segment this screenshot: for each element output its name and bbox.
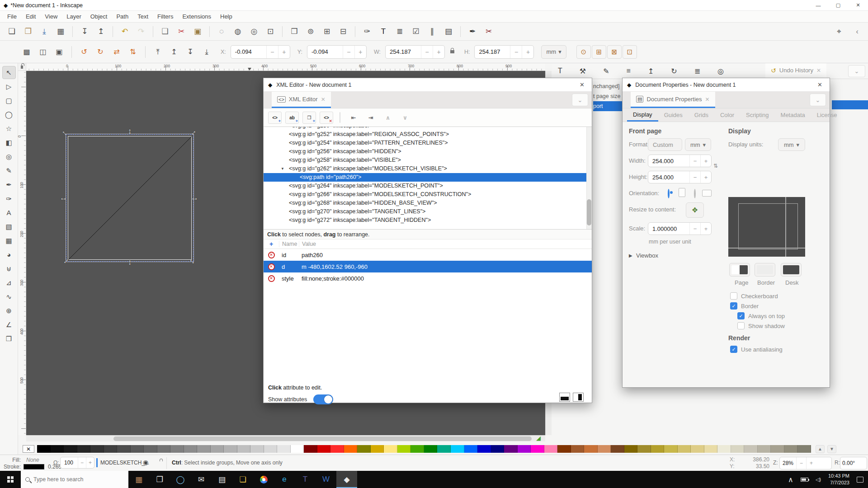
zoom-page-width-icon[interactable]: ⊡ <box>263 25 278 38</box>
color-swatch[interactable] <box>637 445 651 453</box>
add-attribute-button[interactable]: + <box>264 240 279 248</box>
settings-tab[interactable]: License <box>811 108 843 122</box>
vertical-ruler[interactable]: 0100200300400500 <box>18 71 26 435</box>
dropper-tool[interactable]: ◕ <box>2 248 16 261</box>
move-node-up-button[interactable]: ∧ <box>381 112 395 124</box>
color-swatch[interactable] <box>51 445 64 453</box>
indent-node-button[interactable]: ⇥ <box>364 112 377 124</box>
checkbox[interactable] <box>737 312 745 319</box>
color-swatch[interactable] <box>611 445 624 453</box>
close-button[interactable]: ✕ <box>815 81 825 88</box>
color-swatch[interactable] <box>758 445 771 453</box>
color-swatch[interactable] <box>518 445 531 453</box>
settings-tab[interactable]: Grids <box>689 108 714 122</box>
xml-tree-node[interactable]: <svg:g id="g264" inkscape:label="MODELSK… <box>264 182 592 190</box>
fill-stroke-dialog-icon[interactable]: ✑ <box>360 25 374 38</box>
color-swatch[interactable] <box>584 445 598 453</box>
palette-scroll-down-button[interactable]: ▼ <box>827 445 836 453</box>
new-element-node-button[interactable]: <>+ <box>268 112 282 124</box>
taskbar-search[interactable] <box>21 471 128 488</box>
deselect-icon[interactable]: ▣ <box>52 46 66 58</box>
page-height-input[interactable]: 254.000 − + <box>648 171 712 183</box>
menu-item[interactable]: View <box>40 13 62 20</box>
group-objects-icon[interactable]: ⊞ <box>320 25 334 38</box>
horizontal-scrollbar-thumb[interactable] <box>113 436 532 441</box>
transform-pattern-toggle[interactable]: ⊡ <box>623 45 637 59</box>
unindent-node-button[interactable]: ⇤ <box>347 112 360 124</box>
color-swatch[interactable] <box>557 445 571 453</box>
measure-tool[interactable]: ∠ <box>2 318 16 331</box>
x-decrement[interactable]: − <box>266 46 278 58</box>
select-all-icon[interactable]: ▩ <box>20 46 33 58</box>
xml-tree-scrollbar[interactable] <box>586 127 592 229</box>
cut-icon[interactable]: ✂ <box>174 25 189 38</box>
current-layer-name[interactable]: MODELSKETCH_... <box>100 460 149 466</box>
scale-handle-s[interactable]: ↕ <box>126 259 133 266</box>
format-unit-dropdown[interactable]: mm▾ <box>685 138 711 151</box>
no-color-swatch[interactable]: ✕ <box>23 445 34 453</box>
pencil-tool[interactable]: ✎ <box>2 164 16 177</box>
undo-history-item[interactable]: t page size <box>593 91 622 101</box>
drawn-diagonal-path[interactable] <box>68 136 192 260</box>
desk-color-swatch[interactable] <box>781 263 802 277</box>
close-button[interactable]: ✕ <box>577 81 587 88</box>
zoom-input[interactable]: 28% − + <box>779 457 832 469</box>
color-swatch[interactable] <box>304 445 317 453</box>
color-swatch[interactable] <box>371 445 384 453</box>
color-swatch[interactable] <box>344 445 358 453</box>
xml-tree-node[interactable]: ▼<svg:g id="g262" inkscape:label="MODELS… <box>264 164 592 173</box>
opacity-input[interactable]: 100 − + <box>60 457 94 469</box>
color-swatch[interactable] <box>317 445 331 453</box>
zoom-drawing-icon[interactable]: ◍ <box>231 25 245 38</box>
undo-history-item[interactable]: port <box>593 101 622 111</box>
xml-tree-scrollbar-thumb[interactable] <box>587 199 591 225</box>
xml-tree-node[interactable]: <svg:g id="g250" inkscape:label=""> <box>264 127 592 130</box>
close-tab-icon[interactable]: ✕ <box>816 67 821 74</box>
scale-handle-w[interactable]: ↔ <box>60 194 67 202</box>
spiral-tool[interactable]: ◎ <box>2 150 16 163</box>
task-view-button[interactable]: ❐ <box>149 471 170 488</box>
zoom-decrement[interactable]: − <box>796 457 806 469</box>
align-dialog-icon[interactable]: ∥ <box>425 25 439 38</box>
color-swatch[interactable] <box>424 445 438 453</box>
color-swatch[interactable] <box>464 445 478 453</box>
color-swatch[interactable] <box>664 445 678 453</box>
y-decrement[interactable]: − <box>343 46 354 58</box>
color-swatch[interactable] <box>544 445 558 453</box>
pen-tool[interactable]: ✒ <box>2 178 16 191</box>
chevron-down-icon[interactable]: ⌄ <box>848 65 865 77</box>
app-photos-icon[interactable]: ▦ <box>128 471 149 488</box>
ungroup-objects-icon[interactable]: ⊟ <box>336 25 350 38</box>
collapse-toolbar-icon[interactable]: ‹ <box>850 25 864 38</box>
color-swatch[interactable] <box>384 445 397 453</box>
width-increment[interactable]: + <box>433 46 444 58</box>
export-tab-icon[interactable]: ↥ <box>648 67 654 75</box>
transform-corners-toggle[interactable]: ⊞ <box>592 45 606 59</box>
taskbar-clock[interactable]: 10:43 PM 7/7/2023 <box>828 473 849 486</box>
duplicate-icon[interactable]: ❒ <box>287 25 302 38</box>
lower-icon[interactable]: ↧ <box>184 46 197 58</box>
attribute-row[interactable]: ✕dm -480,1602.52 960,-960 <box>264 261 592 272</box>
y-increment[interactable]: + <box>354 46 366 58</box>
close-tab-icon[interactable]: ✕ <box>705 96 710 103</box>
scissors-icon[interactable]: ✂ <box>481 25 496 38</box>
checkbox[interactable] <box>730 302 737 310</box>
document-properties-title-bar[interactable]: ◆ Document Properties - New document 1 ✕ <box>623 78 830 92</box>
scale-input[interactable]: 1.000000 − + <box>648 222 712 235</box>
xml-tree-node[interactable]: <svg:g id="g272" inkscape:label="TANGENT… <box>264 216 592 225</box>
transform-stroke-toggle[interactable]: ⊙ <box>576 45 591 59</box>
stroke-color-swatch[interactable] <box>24 464 44 469</box>
undo-history-item[interactable]: nchanged] <box>593 81 622 91</box>
maximize-button[interactable]: ▢ <box>828 0 848 10</box>
rotate-ccw-icon[interactable]: ↺ <box>77 46 91 58</box>
x-input[interactable]: -0.094 − + <box>231 45 290 59</box>
app-file-explorer-icon[interactable]: ❏ <box>232 471 253 488</box>
flip-vertical-icon[interactable]: ⇅ <box>126 46 140 58</box>
menu-item[interactable]: Filters <box>153 13 178 20</box>
scale-increment[interactable]: + <box>700 223 711 235</box>
xml-tree-node[interactable]: <svg:g id="g252" inkscape:label="REGION_… <box>264 130 592 139</box>
width-decrement[interactable]: − <box>421 46 433 58</box>
page-color-swatch[interactable] <box>729 263 750 277</box>
extensions-tab-icon[interactable]: ⚒ <box>580 67 586 75</box>
attribute-row[interactable]: ✕idpath260 <box>264 249 592 261</box>
